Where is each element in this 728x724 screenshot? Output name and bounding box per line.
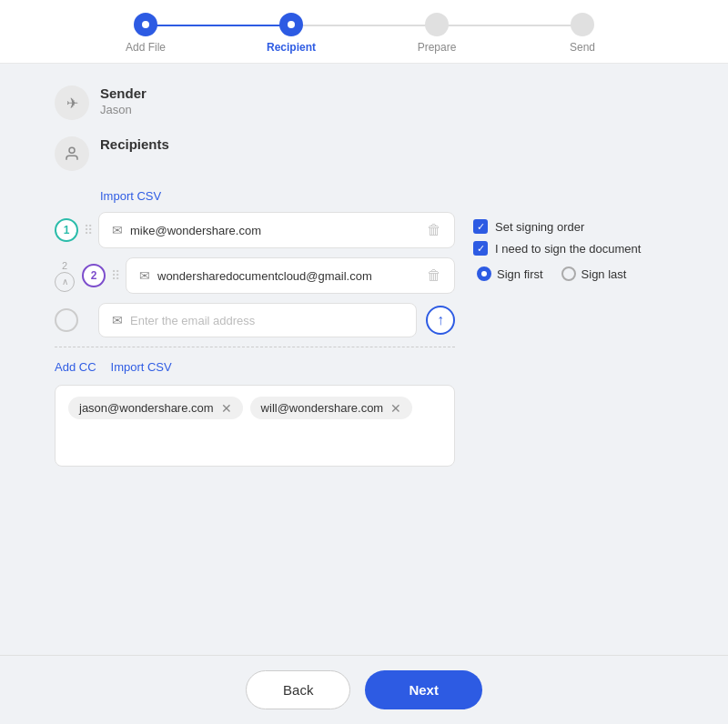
counter-2-wrap: 2 ∧: [55, 260, 75, 292]
cc-remove-1[interactable]: ✕: [221, 402, 232, 415]
counter-num: 2: [62, 260, 67, 271]
empty-recipient-card: ✉: [98, 303, 417, 337]
upload-btn[interactable]: ↑: [426, 306, 455, 335]
svg-point-0: [69, 147, 75, 153]
sign-order-radio-row: Sign first Sign last: [477, 266, 673, 281]
cc-email-1: jason@wondershare.com: [79, 401, 214, 415]
recipient-list: 1 ⠿ ✉ 🗑 2 ∧ 2 ⠿ ✉: [55, 212, 455, 467]
step-circle-prepare: [425, 13, 449, 36]
recipient-badge-1: 1: [55, 218, 78, 242]
delete-icon-1[interactable]: 🗑: [427, 222, 441, 238]
sender-info: Sender Jason: [100, 85, 147, 116]
dashed-separator: [55, 347, 455, 347]
sender-name: Jason: [100, 103, 147, 116]
set-signing-order-label: Set signing order: [495, 220, 584, 234]
next-button[interactable]: Next: [365, 670, 482, 709]
need-to-sign-label: I need to sign the document: [495, 242, 641, 256]
set-signing-order-row[interactable]: Set signing order: [473, 219, 673, 234]
recipient-card-2: ✉ 🗑: [126, 257, 455, 294]
sender-title: Sender: [100, 85, 147, 101]
set-signing-order-checkbox[interactable]: [473, 219, 488, 234]
main-content: ✈ Sender Jason Recipients Import CSV 1 ⠿…: [0, 64, 728, 539]
step-label-send: Send: [570, 41, 595, 54]
drag-handle-2[interactable]: ⠿: [111, 268, 120, 283]
import-csv-cc-link[interactable]: Import CSV: [111, 360, 172, 374]
drag-handle-1[interactable]: ⠿: [84, 223, 93, 237]
recipient-email-empty[interactable]: [130, 314, 403, 327]
sign-last-option[interactable]: Sign last: [561, 266, 627, 281]
step-label-prepare: Prepare: [418, 41, 457, 54]
sign-first-option[interactable]: Sign first: [477, 266, 543, 281]
cc-box: jason@wondershare.com ✕ will@wondershare…: [55, 385, 455, 467]
need-to-sign-checkbox[interactable]: [473, 241, 488, 256]
sender-icon: ✈: [55, 85, 89, 120]
sender-section: ✈ Sender Jason: [55, 85, 673, 120]
recipients-title: Recipients: [100, 136, 169, 152]
sign-first-radio[interactable]: [477, 266, 491, 281]
drag-handle-empty: ⠿: [84, 313, 93, 327]
need-to-sign-row[interactable]: I need to sign the document: [473, 241, 673, 256]
recipient-badge-2: 2: [82, 264, 106, 287]
step-add-file[interactable]: Add File: [73, 13, 218, 54]
envelope-icon-empty: ✉: [112, 313, 123, 327]
cc-tag-2: will@wondershare.com ✕: [250, 397, 413, 419]
empty-recipient-row: ⠿ ✉ ↑: [55, 303, 455, 337]
recipients-icon: [55, 136, 89, 171]
step-circle-add-file: [134, 13, 157, 36]
cc-email-2: will@wondershare.com: [261, 401, 384, 415]
delete-icon-2[interactable]: 🗑: [427, 267, 441, 284]
step-label-recipient: Recipient: [267, 41, 316, 54]
empty-badge: [55, 308, 78, 332]
sign-last-label: Sign last: [581, 267, 627, 281]
recipient-email-1[interactable]: [130, 224, 420, 237]
sign-first-label: Sign first: [497, 267, 543, 281]
recipient-email-2[interactable]: [157, 269, 420, 283]
envelope-icon-2: ✉: [139, 268, 150, 283]
step-recipient[interactable]: Recipient: [218, 13, 364, 54]
signing-order-panel: Set signing order I need to sign the doc…: [473, 219, 673, 281]
sign-last-radio[interactable]: [561, 266, 576, 281]
bottom-buttons: Back Next: [0, 655, 728, 724]
collapse-btn[interactable]: ∧: [55, 272, 75, 292]
back-button[interactable]: Back: [246, 670, 350, 709]
step-send[interactable]: Send: [510, 13, 655, 54]
recipient-row-2-wrap: 2 ∧ 2 ⠿ ✉ 🗑: [55, 257, 455, 294]
recipient-card-1: ✉ 🗑: [98, 212, 455, 248]
import-csv-link[interactable]: Import CSV: [100, 189, 161, 203]
stepper: Add File Recipient Prepare Send: [0, 0, 728, 64]
recipient-row-1: 1 ⠿ ✉ 🗑: [55, 212, 455, 248]
step-prepare[interactable]: Prepare: [364, 13, 510, 54]
envelope-icon-1: ✉: [112, 223, 123, 237]
step-label-add-file: Add File: [126, 41, 166, 54]
cc-tag-1: jason@wondershare.com ✕: [68, 397, 243, 419]
recipients-section: Recipients: [55, 136, 673, 171]
step-circle-send: [571, 13, 594, 36]
cc-remove-2[interactable]: ✕: [390, 402, 401, 415]
step-circle-recipient: [279, 13, 303, 36]
add-cc-link[interactable]: Add CC: [55, 360, 96, 374]
cc-links: Add CC Import CSV: [55, 360, 455, 374]
